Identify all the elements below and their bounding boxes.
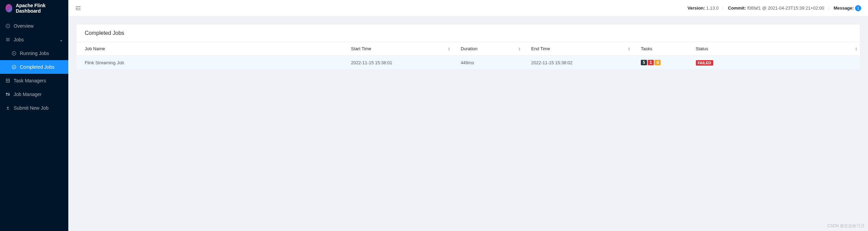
jobs-table: Job Name Start Time▴▾ Duration▴▾ End Tim… xyxy=(77,42,860,70)
cell-status: FAILED xyxy=(688,56,860,70)
build-icon xyxy=(5,92,10,97)
col-label: Start Time xyxy=(351,46,371,51)
sidebar-subitem-running-jobs[interactable]: Running Jobs xyxy=(0,46,68,60)
sidebar-item-jobs[interactable]: Jobs xyxy=(0,33,68,46)
commit-value: f06faf1 @ 2021-04-23T15:39:21+02:00 xyxy=(747,5,824,11)
message-count-badge: 1 xyxy=(855,5,861,11)
sidebar-item-label: Jobs xyxy=(14,37,24,42)
sidebar-item-label: Running Jobs xyxy=(20,51,49,56)
topbar: Version: 1.13.0 | Commit: f06faf1 @ 2021… xyxy=(68,0,868,16)
sidebar-item-job-manager[interactable]: Job Manager xyxy=(0,87,68,101)
cell-end-time: 2022-11-15 15:38:02 xyxy=(523,56,633,70)
sidebar-item-task-managers[interactable]: Task Managers xyxy=(0,74,68,87)
flink-logo-icon xyxy=(5,4,12,12)
watermark: CSDN @左边有只汪 xyxy=(827,223,865,229)
play-circle-icon xyxy=(12,51,16,56)
table-row[interactable]: Flink Streaming Job 2022-11-15 15:38:01 … xyxy=(77,56,860,70)
cell-job-name: Flink Streaming Job xyxy=(77,56,343,70)
separator: | xyxy=(828,5,829,11)
brand: Apache Flink Dashboard xyxy=(0,0,68,16)
status-badge: FAILED xyxy=(696,60,713,66)
sidebar-item-label: Submit New Job xyxy=(14,105,49,111)
sidebar: Apache Flink Dashboard Overview Jobs xyxy=(0,0,68,231)
version-value: 1.13.0 xyxy=(706,5,719,11)
sidebar-item-overview[interactable]: Overview xyxy=(0,19,68,33)
sidebar-item-submit-new-job[interactable]: Submit New Job xyxy=(0,101,68,115)
menu-fold-icon[interactable] xyxy=(75,5,81,11)
sidebar-item-label: Completed Jobs xyxy=(20,64,54,70)
schedule-icon xyxy=(5,78,10,83)
col-label: Job Name xyxy=(85,46,105,51)
sort-icon[interactable]: ▴▾ xyxy=(628,47,630,51)
card-title: Completed Jobs xyxy=(77,25,860,42)
version-info: Version: 1.13.0 xyxy=(688,5,719,11)
sidebar-menu: Overview Jobs Running Jobs xyxy=(0,16,68,115)
commit-info: Commit: f06faf1 @ 2021-04-23T15:39:21+02… xyxy=(728,5,824,11)
col-label: End Time xyxy=(531,46,550,51)
col-duration[interactable]: Duration▴▾ xyxy=(453,42,523,56)
brand-title: Apache Flink Dashboard xyxy=(16,3,63,14)
sidebar-item-label: Job Manager xyxy=(14,92,42,97)
dashboard-icon xyxy=(5,24,10,28)
task-badge-failed: 1 xyxy=(648,60,654,65)
bars-icon xyxy=(5,37,10,42)
version-label: Version: xyxy=(688,5,705,11)
message-label: Message: xyxy=(833,5,854,11)
task-badge-total: 5 xyxy=(641,60,647,65)
cell-tasks: 514 xyxy=(633,56,688,70)
upload-icon xyxy=(5,106,10,110)
col-label: Status xyxy=(696,46,708,51)
task-badge-canceled: 4 xyxy=(655,60,661,65)
sort-icon[interactable]: ▴▾ xyxy=(855,47,857,51)
chevron-up-icon xyxy=(59,38,63,41)
check-circle-icon xyxy=(12,65,16,69)
sort-icon[interactable]: ▴▾ xyxy=(448,47,450,51)
sidebar-item-label: Task Managers xyxy=(14,78,46,83)
message-info[interactable]: Message: 1 xyxy=(833,5,861,11)
completed-jobs-card: Completed Jobs Job Name Start Time▴▾ Dur… xyxy=(77,25,860,70)
col-tasks[interactable]: Tasks xyxy=(633,42,688,56)
col-end-time[interactable]: End Time▴▾ xyxy=(523,42,633,56)
cell-duration: 449ms xyxy=(453,56,523,70)
commit-label: Commit: xyxy=(728,5,746,11)
sidebar-item-label: Overview xyxy=(14,23,33,29)
col-label: Tasks xyxy=(641,46,652,51)
col-job-name[interactable]: Job Name xyxy=(77,42,343,56)
separator: | xyxy=(723,5,724,11)
col-start-time[interactable]: Start Time▴▾ xyxy=(343,42,453,56)
cell-start-time: 2022-11-15 15:38:01 xyxy=(343,56,453,70)
sort-icon[interactable]: ▴▾ xyxy=(519,47,520,51)
col-label: Duration xyxy=(461,46,478,51)
col-status[interactable]: Status▴▾ xyxy=(688,42,860,56)
sidebar-subitem-completed-jobs[interactable]: Completed Jobs xyxy=(0,60,68,74)
